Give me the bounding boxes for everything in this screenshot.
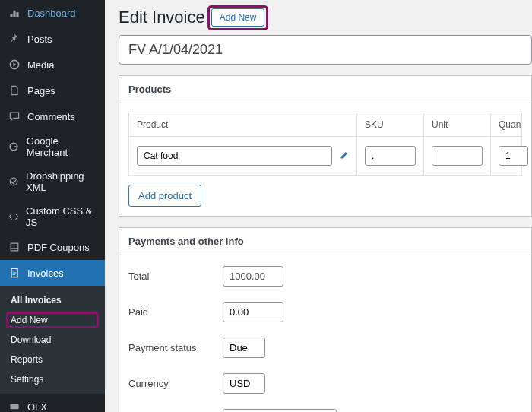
pin-icon <box>8 32 21 46</box>
invoice-icon <box>8 266 21 280</box>
sidebar-item-pdf-coupons[interactable]: PDF Coupons <box>0 234 105 260</box>
sidebar-label: Invoices <box>27 268 64 279</box>
sidebar-item-dashboard[interactable]: Dashboard <box>0 0 105 26</box>
submenu-item-all-invoices[interactable]: All Invoices <box>0 290 105 310</box>
product-name-input[interactable] <box>137 146 332 166</box>
sidebar-item-media[interactable]: Media <box>0 52 105 78</box>
sidebar-label: Comments <box>27 111 75 122</box>
paid-label: Paid <box>128 302 223 318</box>
sidebar-item-invoices[interactable]: Invoices <box>0 260 105 286</box>
submenu-item-download[interactable]: Download <box>0 330 105 350</box>
pdf-icon <box>8 240 21 254</box>
total-label: Total <box>128 266 223 282</box>
col-unit: Unit <box>424 113 491 136</box>
paid-input[interactable] <box>223 302 283 322</box>
sidebar-label: Posts <box>27 33 52 45</box>
main-content: Edit Invoice Add New Products Product SK… <box>105 0 532 412</box>
edit-product-icon[interactable] <box>338 151 349 161</box>
brackets-icon <box>8 210 20 223</box>
sidebar-item-pages[interactable]: Pages <box>0 78 105 103</box>
xml-icon <box>8 175 20 189</box>
media-icon <box>8 58 21 71</box>
sidebar-label: Media <box>27 59 54 71</box>
sidebar-label: Custom CSS & JS <box>26 205 97 228</box>
sidebar-label: PDF Coupons <box>27 242 90 253</box>
col-product: Product <box>129 113 357 136</box>
panel-title: Payments and other info <box>119 228 531 255</box>
payment-method-label: Payment method <box>128 409 223 412</box>
olx-icon <box>8 400 21 412</box>
sidebar-submenu-invoices: All Invoices Add New Download Reports Se… <box>0 286 105 394</box>
products-panel: Products Product SKU Unit Quan <box>119 75 532 217</box>
sidebar-label: OLX <box>27 401 47 413</box>
admin-sidebar: Dashboard Posts Media Pages Comments Goo… <box>0 0 105 412</box>
table-header: Product SKU Unit Quan <box>129 113 521 136</box>
add-new-button[interactable]: Add New <box>211 8 265 27</box>
sku-input[interactable] <box>365 146 416 166</box>
panel-title: Products <box>119 76 531 103</box>
sidebar-label: Pages <box>27 85 55 97</box>
add-product-button[interactable]: Add product <box>128 185 201 207</box>
currency-label: Currency <box>128 373 223 389</box>
sidebar-item-posts[interactable]: Posts <box>0 26 105 52</box>
google-icon <box>8 140 21 154</box>
total-input <box>223 266 283 287</box>
col-quantity: Quan <box>491 113 532 136</box>
page-title: Edit Invoice <box>119 8 205 27</box>
currency-select[interactable]: USD <box>223 373 265 394</box>
sidebar-item-comments[interactable]: Comments <box>0 103 105 129</box>
quantity-input[interactable] <box>499 146 528 166</box>
col-sku: SKU <box>357 113 424 136</box>
invoice-title-input[interactable] <box>119 35 532 65</box>
submenu-item-add-new[interactable]: Add New <box>0 310 105 330</box>
submenu-item-settings[interactable]: Settings <box>0 369 105 389</box>
sidebar-label: Google Merchant <box>27 135 97 158</box>
unit-input[interactable] <box>432 146 483 166</box>
sidebar-item-olx[interactable]: OLX <box>0 394 105 412</box>
sidebar-item-custom-css-js[interactable]: Custom CSS & JS <box>0 199 105 234</box>
sidebar-label: Dropshipping XML <box>26 170 97 193</box>
table-row <box>129 136 521 175</box>
comment-icon <box>8 109 21 123</box>
payments-panel: Payments and other info Total Paid Payme… <box>119 227 532 412</box>
payment-status-select[interactable]: Due <box>223 338 265 358</box>
payment-status-label: Payment status <box>128 338 223 353</box>
page-icon <box>8 84 21 97</box>
sidebar-item-dropshipping-xml[interactable]: Dropshipping XML <box>0 164 105 199</box>
sidebar-label: Dashboard <box>27 8 76 19</box>
sidebar-item-google-merchant[interactable]: Google Merchant <box>0 129 105 164</box>
submenu-item-reports[interactable]: Reports <box>0 350 105 369</box>
svg-rect-3 <box>10 404 18 409</box>
dashboard-icon <box>8 6 21 20</box>
payment-method-select[interactable]: PayPal <box>223 409 337 412</box>
page-header: Edit Invoice Add New <box>119 8 532 27</box>
svg-point-2 <box>10 178 17 185</box>
products-table: Product SKU Unit Quan <box>128 113 522 176</box>
